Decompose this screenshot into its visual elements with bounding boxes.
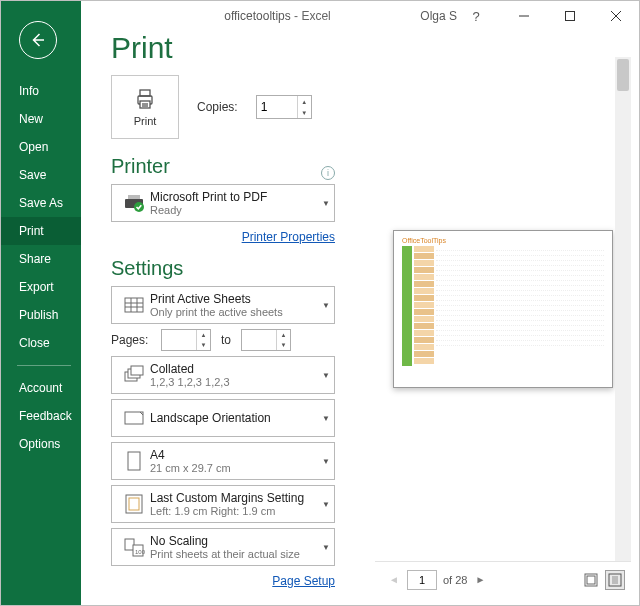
copies-label: Copies: bbox=[197, 100, 238, 114]
pages-label: Pages: bbox=[111, 333, 155, 347]
sidebar-item-info[interactable]: Info bbox=[1, 77, 81, 105]
sidebar-item-label: Publish bbox=[19, 308, 58, 322]
sidebar-item-label: Save As bbox=[19, 196, 63, 210]
orientation-selector[interactable]: Landscape Orientation ▼ bbox=[111, 399, 335, 437]
help-button[interactable]: ? bbox=[461, 9, 491, 24]
sidebar-item-feedback[interactable]: Feedback bbox=[1, 402, 81, 430]
chevron-down-icon: ▼ bbox=[322, 543, 330, 552]
sidebar-item-options[interactable]: Options bbox=[1, 430, 81, 458]
svg-rect-28 bbox=[587, 576, 595, 584]
printer-info-icon[interactable]: i bbox=[321, 166, 335, 180]
svg-rect-10 bbox=[128, 195, 140, 199]
zoom-to-page-button[interactable] bbox=[605, 570, 625, 590]
svg-rect-30 bbox=[612, 576, 618, 584]
window-title: officetooltips - Excel bbox=[176, 9, 379, 23]
page-count-label: of 28 bbox=[443, 574, 467, 586]
landscape-icon bbox=[118, 404, 150, 432]
copies-input[interactable] bbox=[257, 98, 295, 116]
sidebar-item-label: Options bbox=[19, 437, 60, 451]
svg-rect-5 bbox=[140, 90, 150, 96]
minimize-button[interactable] bbox=[501, 1, 547, 31]
sidebar-item-new[interactable]: New bbox=[1, 105, 81, 133]
prev-page-button[interactable]: ◄ bbox=[387, 573, 401, 587]
close-window-button[interactable] bbox=[593, 1, 639, 31]
spinner-up[interactable]: ▲ bbox=[277, 330, 290, 340]
sidebar-item-label: Close bbox=[19, 336, 50, 350]
print-what-selector[interactable]: Print Active Sheets Only print the activ… bbox=[111, 286, 335, 324]
scaling-title: No Scaling bbox=[150, 534, 318, 548]
spinner-down[interactable]: ▼ bbox=[277, 340, 290, 350]
sidebar-item-publish[interactable]: Publish bbox=[1, 301, 81, 329]
pages-from-input[interactable] bbox=[162, 331, 194, 349]
scaling-desc: Print sheets at their actual size bbox=[150, 548, 318, 560]
collation-selector[interactable]: Collated 1,2,3 1,2,3 1,2,3 ▼ bbox=[111, 356, 335, 394]
sidebar-item-label: Save bbox=[19, 168, 46, 182]
page-icon bbox=[118, 447, 150, 475]
paper-desc: 21 cm x 29.7 cm bbox=[150, 462, 318, 474]
svg-rect-12 bbox=[125, 298, 143, 312]
printer-name: Microsoft Print to PDF bbox=[150, 190, 318, 204]
sidebar-item-label: New bbox=[19, 112, 43, 126]
print-button[interactable]: Print bbox=[111, 75, 179, 139]
printer-status-icon bbox=[118, 189, 150, 217]
sidebar-item-open[interactable]: Open bbox=[1, 133, 81, 161]
orientation-title: Landscape Orientation bbox=[150, 411, 318, 425]
print-button-label: Print bbox=[134, 115, 157, 127]
collation-title: Collated bbox=[150, 362, 318, 376]
svg-text:100: 100 bbox=[135, 549, 146, 555]
maximize-button[interactable] bbox=[547, 1, 593, 31]
sidebar-item-save-as[interactable]: Save As bbox=[1, 189, 81, 217]
next-page-button[interactable]: ► bbox=[473, 573, 487, 587]
spinner-down[interactable]: ▼ bbox=[298, 107, 311, 118]
chevron-down-icon: ▼ bbox=[322, 500, 330, 509]
spinner-down[interactable]: ▼ bbox=[197, 340, 210, 350]
spinner-up[interactable]: ▲ bbox=[197, 330, 210, 340]
svg-rect-23 bbox=[129, 498, 139, 510]
collated-icon bbox=[118, 361, 150, 389]
sidebar-item-label: Info bbox=[19, 84, 39, 98]
printer-icon bbox=[133, 87, 157, 111]
chevron-down-icon: ▼ bbox=[322, 371, 330, 380]
sidebar-item-label: Account bbox=[19, 381, 62, 395]
sidebar-item-close[interactable]: Close bbox=[1, 329, 81, 357]
current-page-input[interactable] bbox=[407, 570, 437, 590]
pages-to-input[interactable] bbox=[242, 331, 274, 349]
spinner-up[interactable]: ▲ bbox=[298, 96, 311, 107]
sidebar-item-print[interactable]: Print bbox=[1, 217, 81, 245]
chevron-down-icon: ▼ bbox=[322, 301, 330, 310]
chevron-down-icon: ▼ bbox=[322, 457, 330, 466]
sheets-icon bbox=[118, 291, 150, 319]
sidebar-item-label: Feedback bbox=[19, 409, 72, 423]
sidebar-separator bbox=[17, 365, 71, 366]
scaling-selector[interactable]: 100 No Scaling Print sheets at their act… bbox=[111, 528, 335, 566]
svg-rect-21 bbox=[128, 452, 140, 470]
printer-header: Printer bbox=[111, 155, 170, 178]
scrollbar-thumb[interactable] bbox=[617, 59, 629, 91]
svg-rect-1 bbox=[566, 12, 575, 21]
preview-page-nav: ◄ of 28 ► bbox=[387, 570, 487, 590]
preview-scrollbar[interactable] bbox=[615, 57, 631, 561]
back-button[interactable] bbox=[19, 21, 57, 59]
copies-spinner[interactable]: ▲▼ bbox=[256, 95, 312, 119]
paper-size-selector[interactable]: A4 21 cm x 29.7 cm ▼ bbox=[111, 442, 335, 480]
preview-page: OfficeToolTips bbox=[393, 230, 613, 388]
chevron-down-icon: ▼ bbox=[322, 414, 330, 423]
user-name[interactable]: Olga S bbox=[420, 9, 457, 23]
sidebar-item-account[interactable]: Account bbox=[1, 374, 81, 402]
pages-to-spinner[interactable]: ▲▼ bbox=[241, 329, 291, 351]
printer-properties-link[interactable]: Printer Properties bbox=[242, 230, 335, 244]
pages-from-spinner[interactable]: ▲▼ bbox=[161, 329, 211, 351]
sidebar-item-save[interactable]: Save bbox=[1, 161, 81, 189]
sidebar-item-label: Export bbox=[19, 280, 54, 294]
printer-selector[interactable]: Microsoft Print to PDF Ready ▼ bbox=[111, 184, 335, 222]
show-margins-button[interactable] bbox=[581, 570, 601, 590]
pages-to-label: to bbox=[217, 333, 235, 347]
preview-thumb-title: OfficeToolTips bbox=[402, 237, 604, 244]
backstage-sidebar: Info New Open Save Save As Print Share E… bbox=[1, 1, 81, 605]
margins-selector[interactable]: Last Custom Margins Setting Left: 1.9 cm… bbox=[111, 485, 335, 523]
sidebar-item-label: Print bbox=[19, 224, 44, 238]
margins-title: Last Custom Margins Setting bbox=[150, 491, 318, 505]
sidebar-item-share[interactable]: Share bbox=[1, 245, 81, 273]
sidebar-item-export[interactable]: Export bbox=[1, 273, 81, 301]
page-setup-link[interactable]: Page Setup bbox=[272, 574, 335, 588]
